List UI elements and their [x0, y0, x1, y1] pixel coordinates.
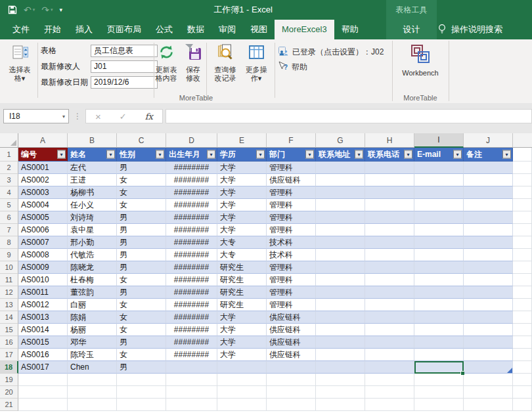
row-header[interactable]: 17 — [0, 349, 18, 361]
cell[interactable]: 男 — [117, 261, 166, 274]
cell[interactable] — [365, 261, 414, 274]
row-header[interactable]: 2 — [0, 162, 18, 174]
row-header[interactable]: 21 — [0, 399, 18, 411]
cell[interactable] — [464, 224, 513, 236]
cell[interactable] — [68, 399, 117, 411]
formula-input[interactable] — [166, 109, 532, 123]
cell[interactable]: 研究生 — [217, 261, 267, 274]
cell[interactable] — [513, 261, 532, 274]
cell[interactable]: 管理科 — [267, 286, 316, 299]
cell[interactable]: 王进 — [68, 174, 117, 186]
cell[interactable]: 供应链科 — [267, 174, 316, 186]
cell[interactable] — [18, 399, 68, 411]
cell[interactable]: 女 — [117, 349, 166, 361]
cell[interactable]: 女 — [117, 311, 166, 324]
cell[interactable]: 陈娟 — [68, 311, 117, 324]
cell[interactable]: 男 — [117, 211, 166, 224]
cell[interactable]: 女 — [117, 324, 166, 336]
cell[interactable]: 大学 — [217, 199, 267, 211]
cell[interactable] — [464, 361, 513, 374]
cell[interactable] — [414, 374, 464, 386]
cell[interactable]: AS0010 — [18, 274, 68, 286]
cell[interactable] — [464, 349, 513, 361]
cell[interactable]: AS0006 — [18, 224, 68, 236]
cell[interactable]: ######## — [166, 174, 217, 186]
column-header-partial[interactable] — [513, 133, 532, 148]
row-header[interactable]: 18 — [0, 361, 18, 374]
cell[interactable] — [464, 386, 513, 399]
cell[interactable]: 女 — [117, 186, 166, 199]
cell[interactable] — [365, 399, 414, 411]
cell[interactable]: 大学 — [217, 311, 267, 324]
cell[interactable]: 大学 — [217, 211, 267, 224]
cell[interactable] — [513, 361, 532, 374]
cell[interactable] — [166, 386, 217, 399]
formula-bar-handle[interactable]: ⋮ — [74, 112, 81, 121]
tab-help[interactable]: 帮助 — [334, 20, 366, 39]
cell[interactable] — [464, 286, 513, 299]
cell[interactable]: 女 — [117, 174, 166, 186]
cell[interactable]: 管理科 — [267, 224, 316, 236]
cell[interactable]: 供应链科 — [267, 336, 316, 349]
cell[interactable] — [513, 211, 532, 224]
cell[interactable]: ######## — [166, 311, 217, 324]
cell[interactable] — [365, 374, 414, 386]
cell[interactable] — [414, 274, 464, 286]
cell[interactable]: 董弦韵 — [68, 286, 117, 299]
cell[interactable] — [117, 386, 166, 399]
row-header[interactable]: 1 — [0, 148, 18, 162]
row-header[interactable]: 11 — [0, 274, 18, 286]
row-header[interactable]: 20 — [0, 386, 18, 399]
cell[interactable] — [464, 311, 513, 324]
cell[interactable]: ######## — [166, 336, 217, 349]
header-cell[interactable]: 编号▾ — [18, 148, 68, 162]
header-cell[interactable]: 备注▾ — [464, 148, 513, 162]
cell[interactable] — [217, 386, 267, 399]
cell[interactable] — [316, 186, 365, 199]
cell[interactable]: AS0016 — [18, 349, 68, 361]
cell[interactable]: 男 — [117, 224, 166, 236]
tab-data[interactable]: 数据 — [180, 20, 211, 39]
cell[interactable] — [513, 148, 532, 162]
column-header-F[interactable]: F — [267, 133, 316, 148]
cell[interactable] — [166, 374, 217, 386]
cell[interactable] — [414, 299, 464, 311]
cell[interactable]: 杨丽 — [68, 324, 117, 336]
column-header-J[interactable]: J — [464, 133, 513, 148]
cell[interactable]: AS0003 — [18, 186, 68, 199]
cell[interactable] — [365, 174, 414, 186]
cell[interactable]: 陈玲玉 — [68, 349, 117, 361]
cell[interactable] — [464, 236, 513, 249]
tab-design[interactable]: 设计 — [386, 20, 437, 39]
filter-button[interactable]: ▾ — [404, 150, 412, 159]
cell[interactable]: 大学 — [217, 186, 267, 199]
cell[interactable] — [464, 324, 513, 336]
cell[interactable] — [513, 336, 532, 349]
cell[interactable]: 供应链科 — [267, 349, 316, 361]
undo-button[interactable]: ↶▾ — [24, 5, 35, 14]
cell[interactable] — [217, 374, 267, 386]
cell[interactable] — [464, 162, 513, 174]
cell[interactable] — [316, 286, 365, 299]
cell[interactable]: 左代 — [68, 162, 117, 174]
row-header[interactable]: 9 — [0, 249, 18, 261]
cell[interactable]: AS0008 — [18, 249, 68, 261]
cell[interactable] — [464, 211, 513, 224]
cell[interactable]: 大学 — [217, 336, 267, 349]
cell[interactable] — [414, 386, 464, 399]
cell[interactable] — [464, 336, 513, 349]
cell[interactable] — [513, 162, 532, 174]
cell[interactable]: 管理科 — [267, 261, 316, 274]
cell[interactable]: 技术科 — [267, 236, 316, 249]
cell[interactable] — [464, 299, 513, 311]
cell[interactable]: 杨柳书 — [68, 186, 117, 199]
cell[interactable]: 白丽 — [68, 299, 117, 311]
cell[interactable]: AS0015 — [18, 336, 68, 349]
insert-function-icon[interactable]: fx — [145, 112, 153, 121]
cell[interactable] — [414, 174, 464, 186]
cell[interactable]: 管理科 — [267, 186, 316, 199]
cell[interactable] — [414, 311, 464, 324]
tab-review[interactable]: 审阅 — [211, 20, 243, 39]
cell[interactable]: 女 — [117, 199, 166, 211]
cell[interactable] — [513, 349, 532, 361]
